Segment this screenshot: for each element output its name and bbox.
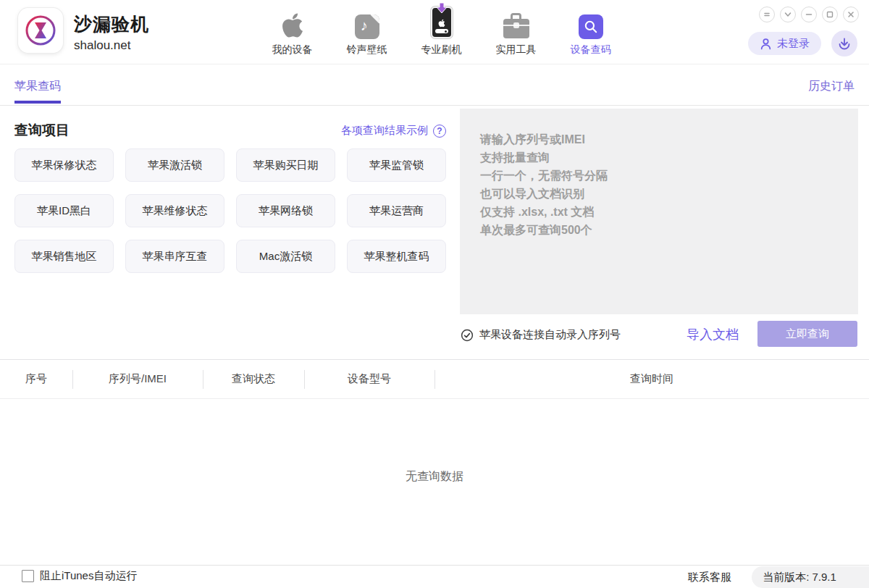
app-window: 沙漏验机 shalou.net 我的设备 ♪ 铃声壁纸	[0, 0, 869, 588]
itunes-checkbox-label: 阻止iTunes自动运行	[40, 569, 137, 583]
music-note-glyph: ♪	[361, 17, 368, 34]
query-items-grid: 苹果保修状态 苹果激活锁 苹果购买日期 苹果监管锁 苹果ID黑白 苹果维修状态 …	[14, 148, 446, 273]
app-logo	[18, 8, 63, 53]
tab-apple-check[interactable]: 苹果查码	[14, 79, 61, 94]
app-header: 沙漏验机 shalou.net 我的设备 ♪ 铃声壁纸	[0, 0, 869, 64]
nav-label: 铃声壁纸	[347, 43, 387, 56]
app-title: 沙漏验机	[74, 12, 149, 36]
nav-label: 设备查码	[571, 43, 611, 56]
check-circle-icon	[461, 329, 474, 342]
maximize-icon[interactable]	[822, 7, 838, 22]
apple-icon	[282, 5, 303, 41]
wallpaper-corner	[370, 14, 379, 24]
query-item-button[interactable]: 苹果运营商	[347, 194, 446, 227]
toolbox-icon	[503, 13, 529, 39]
column-header-serial: 序列号/IMEI	[72, 372, 203, 386]
download-arrow-glyph	[436, 3, 448, 14]
query-item-button[interactable]: 苹果整机查码	[347, 240, 446, 273]
query-examples-link[interactable]: 各项查询结果示例 ?	[341, 124, 446, 138]
main-nav: 我的设备 ♪ 铃声壁纸	[255, 5, 628, 56]
nav-item-device-check[interactable]: 设备查码	[553, 5, 628, 56]
tab-underline	[14, 101, 61, 104]
column-header-index: 序号	[0, 372, 72, 386]
query-item-button[interactable]: 苹果保修状态	[14, 148, 114, 182]
serial-number-input[interactable]	[460, 109, 858, 314]
close-icon[interactable]	[843, 7, 859, 22]
window-controls	[759, 7, 859, 22]
query-section: 查询项目 各项查询结果示例 ? 苹果保修状态 苹果激活锁 苹果购买日期 苹果监管…	[0, 106, 869, 359]
title-block: 沙漏验机 shalou.net	[74, 12, 149, 53]
download-icon	[837, 36, 852, 51]
nav-label: 专业刷机	[421, 43, 462, 56]
results-table-header: 序号 序列号/IMEI 查询状态 设备型号 查询时间	[0, 359, 869, 399]
footer-bar: 阻止iTunes自动运行 联系客服 当前版本: 7.9.1	[0, 565, 869, 588]
flash-phone-icon	[429, 3, 454, 39]
nav-item-my-devices[interactable]: 我的设备	[255, 5, 329, 56]
nav-item-pro-flash[interactable]: 专业刷机	[404, 5, 479, 56]
query-item-button[interactable]: Mac激活锁	[236, 240, 335, 273]
auto-entry-toggle[interactable]: 苹果设备连接自动录入序列号	[461, 328, 621, 342]
query-item-button[interactable]: 苹果ID黑白	[14, 194, 114, 227]
login-label: 未登录	[777, 37, 810, 51]
examples-label: 各项查询结果示例	[341, 124, 428, 138]
chevron-down-icon[interactable]	[780, 7, 796, 22]
itunes-block-checkbox[interactable]: 阻止iTunes自动运行	[22, 569, 137, 583]
version-badge: 当前版本: 7.9.1	[752, 566, 869, 588]
search-icon	[579, 14, 603, 39]
tab-bar: 苹果查码 历史订单	[0, 65, 869, 106]
message-icon[interactable]	[759, 7, 775, 22]
nav-item-ringtone-wallpaper[interactable]: ♪ 铃声壁纸	[329, 5, 404, 56]
column-header-time: 查询时间	[434, 372, 869, 386]
import-document-link[interactable]: 导入文档	[687, 326, 739, 343]
query-item-button[interactable]: 苹果网络锁	[236, 194, 335, 227]
nav-label: 实用工具	[496, 43, 537, 56]
column-header-status: 查询状态	[203, 372, 304, 386]
empty-state-text: 无查询数据	[0, 469, 869, 484]
checkbox-icon[interactable]	[22, 570, 34, 582]
column-header-model: 设备型号	[304, 372, 434, 386]
query-now-button[interactable]: 立即查询	[757, 321, 857, 347]
app-subtitle: shalou.net	[74, 38, 149, 53]
minimize-icon[interactable]	[801, 7, 817, 22]
download-button[interactable]	[831, 30, 857, 56]
auto-entry-label: 苹果设备连接自动录入序列号	[479, 328, 621, 342]
query-item-button[interactable]: 苹果激活锁	[125, 148, 224, 182]
history-orders-link[interactable]: 历史订单	[808, 79, 855, 94]
help-icon[interactable]: ?	[433, 125, 446, 138]
nav-label: 我的设备	[272, 43, 313, 56]
query-items-heading: 查询项目	[14, 121, 70, 140]
query-item-button[interactable]: 苹果购买日期	[236, 148, 335, 182]
query-item-button[interactable]: 苹果监管锁	[347, 148, 446, 182]
query-item-button[interactable]: 苹果串序互查	[125, 240, 224, 273]
query-item-button[interactable]: 苹果销售地区	[14, 240, 114, 273]
login-button[interactable]: 未登录	[748, 32, 821, 55]
query-item-button[interactable]: 苹果维修状态	[125, 194, 224, 227]
nav-item-utilities[interactable]: 实用工具	[479, 5, 553, 56]
user-icon	[760, 38, 772, 50]
contact-support-link[interactable]: 联系客服	[688, 571, 731, 584]
wallpaper-icon: ♪	[355, 14, 379, 39]
hourglass-logo-icon	[24, 14, 57, 47]
